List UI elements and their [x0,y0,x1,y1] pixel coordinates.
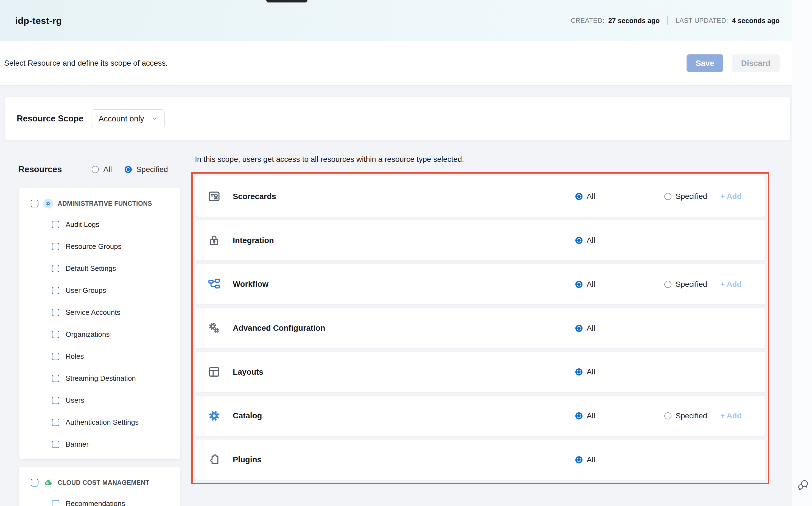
item-checkbox[interactable] [52,309,59,316]
radio-specified-icon [664,412,672,419]
radio-all[interactable]: All [575,236,595,245]
group-checkbox[interactable] [31,200,38,207]
page: idp-test-rg CREATED: 27 seconds ago LAST… [0,0,812,506]
resource-type-label: Workflow [233,280,269,289]
radio-specified[interactable]: Specified [664,280,707,289]
resource-scope-select[interactable]: Account only [91,109,165,128]
radio-all-icon [575,325,583,332]
item-checkbox[interactable] [52,441,59,448]
item-label: User Groups [66,286,106,295]
resource-scope-value: Account only [99,114,144,123]
add-button[interactable]: + Add [720,412,742,420]
resource-item: Resource Groups [19,235,180,257]
item-checkbox[interactable] [52,375,59,382]
resource-type-row: Advanced Configuration All [195,308,765,349]
created-value: 27 seconds ago [608,17,660,25]
resource-type-row: Layouts All [195,352,765,393]
radio-all-icon [92,166,99,173]
radio-specified-label: Specified [676,192,707,201]
radio-all-label: All [587,236,595,245]
resource-type-label: Advanced Configuration [233,324,325,333]
puzzle-icon [208,453,221,467]
radio-all-label: All [587,367,595,376]
radio-specified-icon [664,193,672,200]
resource-item: Default Settings [19,257,180,279]
resource-type-row: Plugins All [195,439,765,480]
radio-specified-label: Specified [676,280,707,289]
discard-button[interactable]: Discard [732,55,780,72]
item-label: Audit Logs [66,220,99,229]
item-checkbox[interactable] [52,287,59,294]
resource-scope-card: Resource Scope Account only [5,97,791,141]
scorecard-icon [208,190,221,203]
resource-item: Audit Logs [19,214,180,235]
radio-all-icon [575,237,583,244]
group-checkbox[interactable] [31,479,38,487]
resources-radio-all[interactable]: All [92,165,112,174]
save-button[interactable]: Save [687,55,723,72]
top-notch [266,0,307,2]
svg-text:$: $ [47,482,48,484]
resource-type-label: Layouts [233,367,263,376]
resources-radio-specified[interactable]: Specified [125,165,168,174]
radio-all[interactable]: All [575,412,595,420]
radio-specified-label: Specified [136,165,168,174]
resource-group-card: ADMINISTRATIVE FUNCTIONS Audit Logs Reso… [18,188,181,459]
item-checkbox[interactable] [52,419,59,426]
radio-all-icon [575,456,583,463]
item-checkbox[interactable] [52,500,59,506]
radio-specified[interactable]: Specified [664,412,707,420]
item-checkbox[interactable] [52,353,59,360]
radio-all-icon [575,368,583,375]
resource-type-label: Integration [233,236,274,245]
resources-header: Resources All Specified [18,162,168,177]
admin-functions-icon [43,198,53,208]
radio-all-icon [575,412,583,419]
workflow-icon [208,278,221,291]
item-label: Users [66,396,84,405]
radio-specified-label: Specified [676,412,707,420]
updated-value: 4 seconds ago [732,17,780,25]
updated-label: LAST UPDATED: [676,17,728,24]
add-button[interactable]: + Add [720,280,742,289]
item-label: Service Accounts [66,308,120,317]
resource-item: Recommendations [19,493,180,506]
radio-all-label: All [587,192,595,201]
item-checkbox[interactable] [52,397,59,404]
radio-all[interactable]: All [575,280,595,289]
radio-all-label: All [587,412,595,420]
resource-type-row: Scorecards All Specified + Add [195,176,765,217]
item-label: Default Settings [66,264,116,273]
radio-all-label: All [587,455,595,464]
resource-item: User Groups [19,279,180,301]
item-label: Streaming Destination [66,374,136,383]
radio-all[interactable]: All [575,455,595,464]
item-label: Authentication Settings [66,418,139,427]
lock-icon [208,234,221,247]
meta-info: CREATED: 27 seconds ago LAST UPDATED: 4 … [571,16,780,25]
meta-divider [667,16,668,25]
item-label: Banner [66,440,89,448]
resource-group-header: ADMINISTRATIVE FUNCTIONS [19,194,180,214]
radio-all[interactable]: All [575,367,595,376]
created-label: CREATED: [571,17,604,24]
resource-item: Roles [19,345,180,367]
resource-item: Organizations [19,323,180,345]
radio-all-label: All [587,280,595,289]
item-checkbox[interactable] [52,221,59,228]
item-checkbox[interactable] [52,331,59,338]
radio-specified[interactable]: Specified [664,192,707,201]
gears-icon [208,322,221,335]
radio-all[interactable]: All [575,324,595,333]
resource-type-row: Catalog All Specified + Add [195,396,765,436]
resource-item: Banner [19,433,180,455]
resource-type-label: Scorecards [233,192,276,201]
add-button[interactable]: + Add [720,192,742,201]
item-checkbox[interactable] [52,243,59,250]
chat-support-icon[interactable] [797,479,809,491]
radio-all[interactable]: All [575,192,595,201]
radio-specified-icon [125,166,132,173]
toolbar: Select Resource and define its scope of … [0,41,792,85]
page-header: idp-test-rg CREATED: 27 seconds ago LAST… [0,0,792,41]
item-checkbox[interactable] [52,265,59,272]
